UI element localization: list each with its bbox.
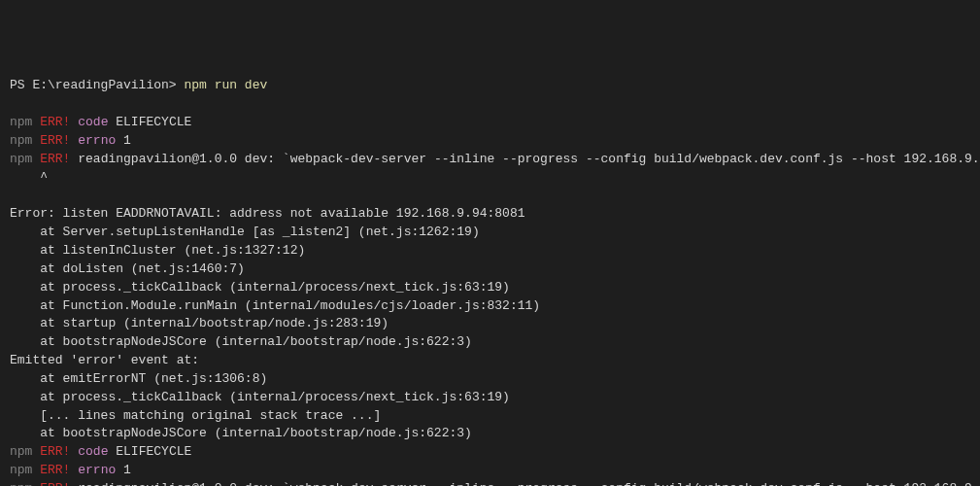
output-segment: errno [78, 133, 116, 148]
output-segment: npm [10, 463, 40, 477]
output-segment: Emitted 'error' event at: [10, 353, 199, 367]
terminal-output[interactable]: PS E:\readingPavilion> npm run dev npm E… [10, 77, 970, 486]
output-line: [... lines matching original stack trace… [10, 407, 970, 426]
output-line: at listenInCluster (net.js:1327:12) [10, 242, 970, 260]
output-line: npm ERR! code ELIFECYCLE [10, 443, 970, 462]
output-segment: at bootstrapNodeJSCore (internal/bootstr… [10, 426, 472, 440]
output-line: Emitted 'error' event at: [10, 352, 970, 370]
output-line [10, 187, 970, 205]
output-line: npm ERR! code ELIFECYCLE [10, 114, 970, 132]
output-segment: at process._tickCallback (internal/proce… [10, 280, 510, 295]
prompt-line: PS E:\readingPavilion> npm run dev [10, 77, 970, 95]
output-line: npm ERR! readingpavilion@1.0.0 dev: `web… [10, 480, 970, 486]
output-line: Error: listen EADDRNOTAVAIL: address not… [10, 205, 970, 224]
output-segment: at startup (internal/bootstrap/node.js:2… [10, 316, 389, 330]
output-line: at Function.Module.runMain (internal/mod… [10, 297, 970, 316]
output-segment: at bootstrapNodeJSCore (internal/bootstr… [10, 334, 472, 349]
output-line: at doListen (net.js:1460:7) [10, 260, 970, 279]
output-segment: Error: listen EADDRNOTAVAIL: address not… [10, 206, 525, 221]
output-segment: at Server.setupListenHandle [as _listen2… [10, 225, 480, 239]
output-segment: at listenInCluster (net.js:1327:12) [10, 243, 305, 258]
output-segment: npm [10, 481, 40, 486]
output-segment: readingpavilion@1.0.0 dev: `webpack-dev-… [70, 481, 980, 486]
output-segment: ERR! [40, 481, 70, 486]
output-line: ^ [10, 169, 970, 188]
output-segment: ERR! [40, 444, 70, 459]
output-segment: npm [10, 152, 40, 166]
output-segment: ERR! [40, 152, 70, 166]
output-segment: ERR! [40, 115, 70, 129]
output-line: at process._tickCallback (internal/proce… [10, 279, 970, 297]
output-segment: ^ [10, 170, 48, 185]
output-segment: ELIFECYCLE [108, 115, 191, 129]
prompt-separator: > [169, 78, 185, 92]
output-segment: npm [10, 133, 40, 148]
prompt-command: npm run dev [184, 78, 267, 92]
output-line: npm ERR! errno 1 [10, 132, 970, 151]
output-line: at Server.setupListenHandle [as _listen2… [10, 224, 970, 242]
output-segment: code [78, 115, 108, 129]
output-line: at startup (internal/bootstrap/node.js:2… [10, 315, 970, 333]
output-segment: readingpavilion@1.0.0 dev: `webpack-dev-… [70, 152, 980, 166]
output-segment: npm [10, 115, 40, 129]
output-segment: ERR! [40, 133, 70, 148]
output-segment [10, 188, 17, 202]
output-line: at bootstrapNodeJSCore (internal/bootstr… [10, 333, 970, 352]
blank-line [10, 95, 970, 114]
output-segment: at Function.Module.runMain (internal/mod… [10, 298, 540, 313]
output-line: at process._tickCallback (internal/proce… [10, 389, 970, 407]
prompt-path: E:\readingPavilion [32, 78, 168, 92]
output-segment: [... lines matching original stack trace… [10, 408, 381, 423]
output-segment: at process._tickCallback (internal/proce… [10, 390, 510, 404]
output-line: npm ERR! errno 1 [10, 462, 970, 480]
output-segment: ELIFECYCLE [108, 444, 191, 459]
output-segment: npm [10, 444, 40, 459]
output-segment: at emitErrorNT (net.js:1306:8) [10, 371, 267, 386]
output-segment: 1 [116, 133, 131, 148]
output-segment: ERR! [40, 463, 70, 477]
output-line: npm ERR! readingpavilion@1.0.0 dev: `web… [10, 151, 970, 169]
output-segment: 1 [116, 463, 131, 477]
output-line: at bootstrapNodeJSCore (internal/bootstr… [10, 425, 970, 443]
prompt-prefix: PS [10, 78, 32, 92]
output-segment: at doListen (net.js:1460:7) [10, 261, 245, 276]
output-segment: errno [78, 463, 116, 477]
output-line: at emitErrorNT (net.js:1306:8) [10, 370, 970, 389]
output-segment: code [78, 444, 108, 459]
